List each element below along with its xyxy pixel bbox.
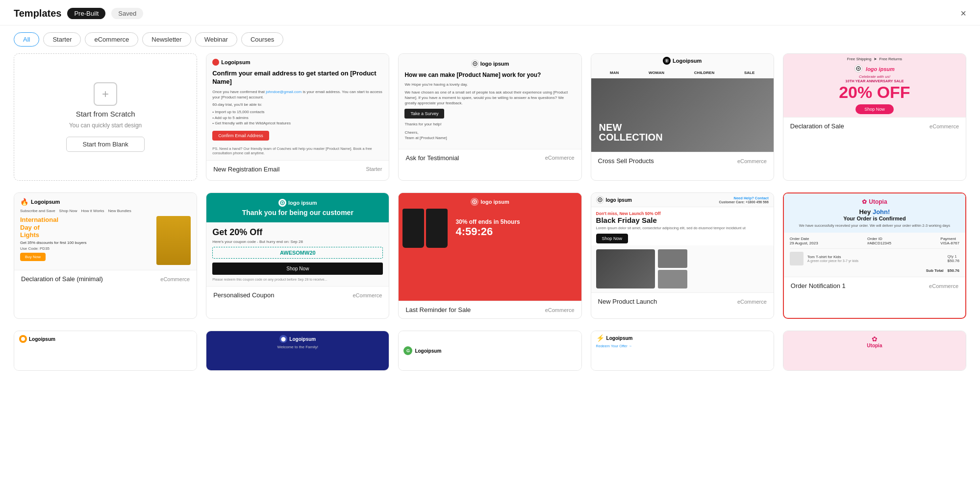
template-grid-row2: 🔥 Logoipsum Subscribe and SaveShop NowHo…: [0, 192, 980, 331]
partial-preview-5: ✿ Utopia: [783, 331, 966, 370]
filter-starter[interactable]: Starter: [43, 32, 81, 47]
order-id-label: Order ID: [867, 237, 891, 241]
close-button[interactable]: ×: [960, 8, 966, 19]
order-id-value: #ABCD12345: [867, 241, 891, 245]
template-preview-declminimal: 🔥 Logoipsum Subscribe and SaveShop NowHo…: [14, 193, 197, 270]
prebuilt-tab[interactable]: Pre-Built: [67, 8, 105, 19]
template-preview-coupon: logo ipsum Thank you for being our custo…: [206, 193, 389, 286]
header-left: Templates Pre-Built Saved: [14, 8, 143, 19]
template-preview-reminder: logo ipsum 30% off ends in 5hours 4:59:2…: [399, 193, 581, 301]
template-grid-row3-partial: Logoipsum ⬤ Logoipsum Welcome to the Fam…: [0, 331, 980, 377]
template-tag-registration: Starter: [366, 166, 382, 172]
template-card-crosssell[interactable]: Logoipsum MANWOMANCHILDRENSALE NEWCOLLEC…: [591, 53, 774, 181]
template-card-declaration[interactable]: Free Shipping ➤ Free Returns logo ipsum …: [783, 53, 966, 181]
template-name-coupon: Personalised Coupon: [213, 291, 274, 299]
order-name-highlight: John!: [873, 208, 890, 216]
template-name-crosssell: Cross Sell Products: [598, 157, 654, 165]
template-card-registration[interactable]: Logoipsum Confirm your email address to …: [206, 53, 389, 181]
scratch-subtitle: You can quickly start design: [69, 122, 142, 129]
template-name-reminder: Last Reminder for Sale: [405, 306, 471, 313]
filter-all[interactable]: All: [14, 32, 39, 47]
template-card-declminimal[interactable]: 🔥 Logoipsum Subscribe and SaveShop NowHo…: [14, 192, 197, 319]
partial-card-5[interactable]: ✿ Utopia: [783, 331, 966, 371]
order-sub-text: We have successfully receviied your orde…: [790, 223, 959, 228]
order-item-name: Tom T-shirt for Kids: [807, 255, 944, 259]
filter-newsletter[interactable]: Newsletter: [142, 32, 191, 47]
template-tag-ordernotification: eCommerce: [929, 283, 958, 289]
partial-card-4[interactable]: ⚡ Logoipsum Redeem Your Offer →: [591, 331, 774, 371]
template-footer-newproduct: New Product Launch eCommerce: [591, 292, 774, 310]
template-footer-ordernotification: Order Notification 1 eCommerce: [784, 277, 965, 294]
order-payment-label: Payment: [940, 237, 959, 241]
template-footer-crosssell: Cross Sell Products eCommerce: [591, 152, 774, 169]
template-card-reminder[interactable]: logo ipsum 30% off ends in 5hours 4:59:2…: [398, 192, 581, 319]
filter-courses[interactable]: Courses: [241, 32, 283, 47]
partial-preview-2: ⬤ Logoipsum Welcome to the Family!: [206, 331, 389, 370]
template-card-coupon[interactable]: logo ipsum Thank you for being our custo…: [206, 192, 389, 319]
start-blank-button[interactable]: Start from Blank: [66, 137, 144, 152]
partial-card-3[interactable]: G Logoipsum: [398, 331, 581, 371]
template-name-testimonial: Ask for Testimonial: [405, 154, 459, 162]
template-preview-declaration: Free Shipping ➤ Free Returns logo ipsum …: [783, 54, 966, 117]
order-payment-value: VISA-8767: [940, 241, 959, 245]
template-card-testimonial[interactable]: logo ipsum How we can make [Product Name…: [398, 53, 581, 181]
template-name-declminimal: Declaration of Sale (minimal): [21, 275, 103, 283]
partial-preview-1: Logoipsum: [14, 331, 197, 370]
template-footer-coupon: Personalised Coupon eCommerce: [206, 286, 389, 304]
template-footer-reminder: Last Reminder for Sale eCommerce: [399, 301, 581, 318]
svg-point-18: [21, 337, 25, 341]
order-item-thumbnail: [790, 252, 804, 265]
template-tag-newproduct: eCommerce: [737, 299, 767, 305]
partial-preview-4: ⚡ Logoipsum Redeem Your Offer →: [591, 331, 774, 370]
template-name-ordernotification: Order Notification 1: [791, 282, 846, 289]
template-tag-reminder: eCommerce: [545, 307, 575, 313]
scratch-title: Start from Scratch: [76, 110, 135, 118]
template-name-declaration: Declaration of Sale: [790, 122, 844, 130]
template-footer-registration: New Registration Email Starter: [206, 160, 389, 178]
page-title: Templates: [14, 8, 61, 19]
filter-ecommerce[interactable]: eCommerce: [85, 32, 138, 47]
plus-icon: +: [94, 82, 117, 106]
template-grid-row1: + Start from Scratch You can quickly sta…: [0, 53, 980, 192]
template-tag-coupon: eCommerce: [352, 292, 382, 298]
template-footer-declaration: Declaration of Sale eCommerce: [783, 117, 966, 135]
filter-bar: All Starter eCommerce Newsletter Webinar…: [0, 25, 980, 53]
template-tag-testimonial: eCommerce: [545, 155, 575, 161]
template-name-newproduct: New Product Launch: [598, 298, 657, 305]
order-item-qty: Qty 1: [948, 254, 959, 259]
template-preview-ordernotification: ✿ Utopia Hey John! Your Order is Confirm…: [784, 193, 965, 277]
order-logo-name: Utopia: [869, 198, 887, 205]
template-preview-registration: Logoipsum Confirm your email address to …: [206, 54, 389, 160]
template-name-registration: New Registration Email: [213, 166, 279, 173]
order-subtotal-value: $50.76: [948, 268, 959, 273]
partial-card-2[interactable]: ⬤ Logoipsum Welcome to the Family!: [206, 331, 389, 371]
order-date-label: Order Date: [790, 237, 818, 241]
template-tag-declminimal: eCommerce: [160, 276, 190, 282]
template-preview-newproduct: logo ipsum Need Help? Contact Customer C…: [591, 193, 774, 292]
template-preview-testimonial: logo ipsum How we can make [Product Name…: [399, 54, 581, 149]
template-tag-crosssell: eCommerce: [737, 158, 767, 164]
template-footer-declminimal: Declaration of Sale (minimal) eCommerce: [14, 270, 197, 288]
partial-card-1[interactable]: Logoipsum: [14, 331, 197, 371]
order-item-sub: A green color piece for 3-7 yr kids: [807, 259, 944, 263]
order-item-price: $50.76: [948, 259, 959, 263]
template-tag-declaration: eCommerce: [930, 123, 959, 129]
partial-preview-3: G Logoipsum: [399, 331, 581, 370]
order-confirmed-text: Your Order is Confirmed: [790, 216, 959, 221]
template-card-ordernotification[interactable]: ✿ Utopia Hey John! Your Order is Confirm…: [783, 192, 966, 319]
filter-webinar[interactable]: Webinar: [195, 32, 237, 47]
template-footer-testimonial: Ask for Testimonial eCommerce: [399, 149, 581, 167]
scratch-card[interactable]: + Start from Scratch You can quickly sta…: [14, 53, 197, 181]
order-subtotal-label: Sub Total: [926, 268, 944, 273]
saved-tab[interactable]: Saved: [111, 8, 143, 19]
header: Templates Pre-Built Saved ×: [0, 0, 980, 25]
order-date-value: 29 August, 2023: [790, 241, 818, 245]
template-preview-crosssell: Logoipsum MANWOMANCHILDRENSALE NEWCOLLEC…: [591, 54, 774, 152]
template-card-newproduct[interactable]: logo ipsum Need Help? Contact Customer C…: [591, 192, 774, 319]
